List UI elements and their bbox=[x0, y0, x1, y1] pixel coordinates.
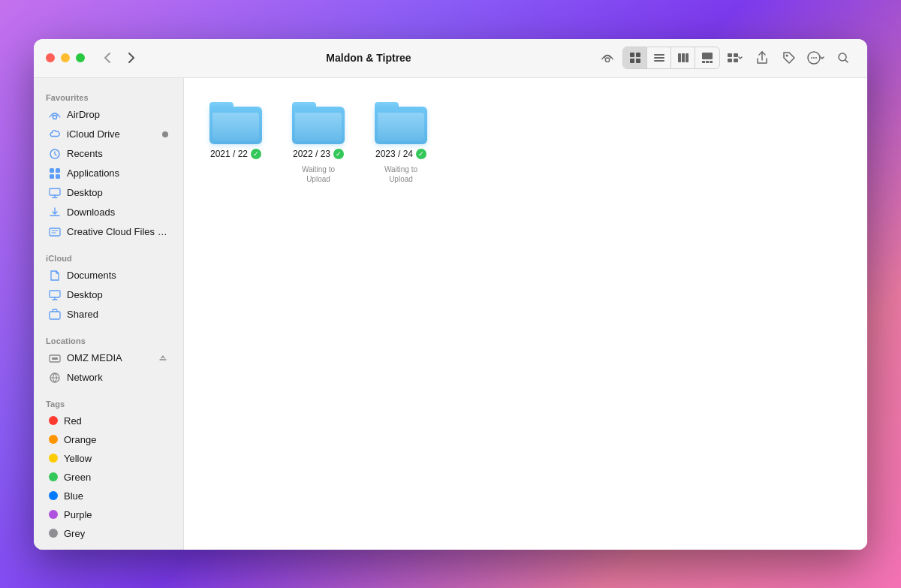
svg-rect-2 bbox=[636, 53, 640, 57]
file-name-2021-22: 2021 / 22 bbox=[210, 149, 248, 161]
sidebar-item-desktop[interactable]: Desktop bbox=[37, 183, 180, 203]
svg-rect-3 bbox=[630, 59, 634, 63]
file-name-row-2023-24: 2023 / 24 ✓ bbox=[375, 149, 426, 161]
sidebar-item-network[interactable]: Network bbox=[37, 368, 180, 387]
tag-button[interactable] bbox=[777, 47, 801, 68]
sidebar-item-recents[interactable]: Recents bbox=[37, 144, 180, 164]
sidebar-item-shared-label: Shared bbox=[67, 309, 98, 320]
sidebar-item-downloads-label: Downloads bbox=[67, 207, 115, 218]
svg-rect-13 bbox=[706, 61, 709, 63]
check-badge-2023-24: ✓ bbox=[416, 149, 426, 159]
file-subtitle-2022-23: Waiting to Upload bbox=[291, 164, 346, 184]
folder-2021-22[interactable]: 2021 / 22 ✓ bbox=[202, 96, 270, 191]
svg-rect-32 bbox=[50, 228, 60, 236]
file-area: 2021 / 22 ✓ 2022 / 23 ✓ bbox=[184, 78, 867, 550]
sidebar-item-tag-orange-label: Orange bbox=[64, 434, 96, 445]
sidebar-item-documents-label: Documents bbox=[67, 270, 116, 281]
sidebar-item-documents[interactable]: Documents bbox=[37, 266, 180, 285]
sidebar: Favourites AirDrop iCloud Dri bbox=[34, 78, 184, 550]
forward-button[interactable] bbox=[121, 47, 142, 68]
maximize-button[interactable] bbox=[76, 53, 85, 62]
eject-icon[interactable] bbox=[158, 353, 168, 363]
back-button[interactable] bbox=[97, 47, 118, 68]
sidebar-item-tag-green-label: Green bbox=[64, 472, 91, 483]
traffic-lights bbox=[46, 53, 85, 62]
sidebar-item-creative-cloud[interactable]: Creative Cloud Files P... bbox=[37, 222, 180, 242]
purple-tag-dot bbox=[49, 510, 58, 519]
sidebar-item-tag-red[interactable]: Red bbox=[37, 412, 180, 430]
svg-rect-36 bbox=[52, 357, 58, 360]
icloud-desktop-icon bbox=[49, 289, 61, 301]
share-button[interactable] bbox=[750, 47, 774, 68]
airdrop-toolbar-button[interactable] bbox=[595, 47, 619, 68]
sidebar-item-tag-orange[interactable]: Orange bbox=[37, 430, 180, 449]
svg-rect-9 bbox=[682, 53, 685, 62]
locations-label: Locations bbox=[34, 330, 183, 348]
content-area: Favourites AirDrop iCloud Dri bbox=[34, 78, 867, 550]
sidebar-item-omz-media[interactable]: OMZ MEDIA bbox=[37, 348, 180, 368]
window-title: Maldon & Tiptree bbox=[142, 52, 595, 64]
more-button[interactable] bbox=[804, 47, 828, 68]
svg-point-19 bbox=[786, 55, 788, 57]
grey-tag-dot bbox=[49, 529, 58, 538]
sidebar-item-recents-label: Recents bbox=[67, 148, 103, 159]
sidebar-item-shared[interactable]: Shared bbox=[37, 305, 180, 324]
icloud-label: iCloud bbox=[34, 248, 183, 266]
sidebar-item-applications[interactable]: Applications bbox=[37, 164, 180, 183]
sidebar-item-tag-blue[interactable]: Blue bbox=[37, 487, 180, 505]
folder-icon-2022-23 bbox=[292, 102, 345, 144]
sidebar-item-airdrop-label: AirDrop bbox=[67, 109, 100, 120]
folder-icon-2021-22 bbox=[209, 102, 262, 144]
finder-window: Maldon & Tiptree bbox=[34, 39, 867, 550]
svg-rect-1 bbox=[630, 53, 634, 57]
toolbar-right bbox=[595, 47, 855, 69]
svg-rect-17 bbox=[728, 59, 732, 62]
svg-rect-6 bbox=[654, 57, 664, 59]
shared-icon bbox=[49, 309, 61, 321]
search-button[interactable] bbox=[831, 47, 855, 68]
svg-rect-29 bbox=[50, 174, 54, 179]
svg-rect-14 bbox=[710, 61, 713, 63]
sidebar-item-icloud-drive-label: iCloud Drive bbox=[67, 128, 120, 140]
sidebar-item-airdrop[interactable]: AirDrop bbox=[37, 105, 180, 125]
sidebar-item-tag-yellow[interactable]: Yellow bbox=[37, 449, 180, 468]
sidebar-item-icloud-desktop[interactable]: Desktop bbox=[37, 285, 180, 305]
view-gallery-button[interactable] bbox=[695, 47, 719, 68]
sidebar-item-creative-cloud-label: Creative Cloud Files P... bbox=[67, 226, 168, 237]
svg-point-21 bbox=[811, 57, 812, 59]
sidebar-item-omz-media-label: OMZ MEDIA bbox=[67, 352, 122, 363]
svg-rect-31 bbox=[50, 188, 60, 195]
network-icon bbox=[49, 372, 61, 384]
orange-tag-dot bbox=[49, 435, 58, 444]
sidebar-item-tag-grey[interactable]: Grey bbox=[37, 524, 180, 543]
svg-rect-27 bbox=[50, 168, 54, 173]
file-name-row-2022-23: 2022 / 23 ✓ bbox=[293, 149, 344, 161]
sidebar-item-downloads[interactable]: Downloads bbox=[37, 203, 180, 222]
file-name-2023-24: 2023 / 24 bbox=[375, 149, 413, 161]
svg-rect-8 bbox=[678, 53, 681, 62]
sidebar-item-tag-purple[interactable]: Purple bbox=[37, 505, 180, 524]
view-list-button[interactable] bbox=[647, 47, 671, 68]
sidebar-item-icloud-drive[interactable]: iCloud Drive bbox=[37, 125, 180, 144]
folder-2023-24[interactable]: 2023 / 24 ✓ Waiting to Upload bbox=[367, 96, 435, 191]
svg-rect-30 bbox=[56, 174, 60, 179]
close-button[interactable] bbox=[46, 53, 55, 62]
sidebar-item-tag-green[interactable]: Green bbox=[37, 468, 180, 487]
yellow-tag-dot bbox=[49, 454, 58, 463]
svg-point-25 bbox=[53, 115, 57, 119]
view-icons-button[interactable] bbox=[623, 47, 647, 68]
minimize-button[interactable] bbox=[61, 53, 70, 62]
svg-point-22 bbox=[813, 57, 815, 59]
red-tag-dot bbox=[49, 416, 58, 425]
group-button[interactable] bbox=[723, 47, 747, 68]
icloud-drive-badge bbox=[162, 131, 168, 137]
titlebar: Maldon & Tiptree bbox=[34, 39, 867, 78]
desktop-icon bbox=[49, 187, 61, 199]
view-columns-button[interactable] bbox=[671, 47, 695, 68]
svg-rect-5 bbox=[654, 54, 664, 56]
sidebar-item-tag-blue-label: Blue bbox=[64, 490, 83, 502]
folder-2022-23[interactable]: 2022 / 23 ✓ Waiting to Upload bbox=[285, 96, 352, 191]
sidebar-item-tag-grey-label: Grey bbox=[64, 528, 85, 539]
icloud-drive-icon bbox=[49, 128, 61, 140]
svg-rect-33 bbox=[50, 291, 60, 297]
